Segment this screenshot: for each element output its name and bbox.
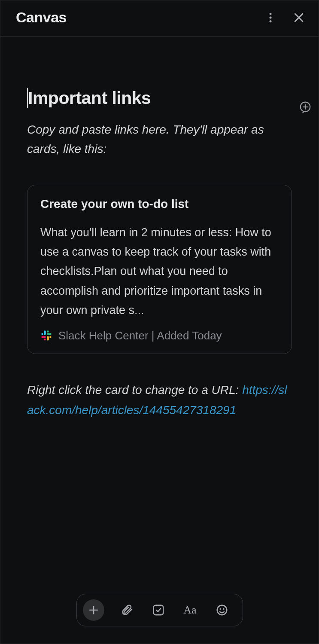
card-source: Slack Help Center | Added Today	[58, 329, 222, 342]
speech-plus-icon	[299, 101, 312, 114]
card-body: What you'll learn in 2 minutes or less: …	[40, 223, 279, 320]
document-title[interactable]: Important links	[27, 88, 292, 108]
checkbox-icon	[152, 604, 165, 617]
close-button[interactable]	[291, 10, 307, 25]
attach-button[interactable]	[117, 601, 136, 620]
plus-icon	[87, 604, 100, 617]
card-title: Create your own to-do list	[40, 197, 279, 211]
slack-icon	[40, 330, 52, 342]
post-block[interactable]: Right click the card to change to a URL:…	[27, 380, 292, 421]
panel-header: Canvas	[0, 0, 319, 37]
toolbar-container: Aa	[0, 594, 319, 644]
editor-toolbar: Aa	[76, 594, 243, 626]
add-comment-button[interactable]	[298, 100, 313, 115]
more-options-button[interactable]	[263, 10, 278, 25]
paperclip-icon	[120, 604, 133, 617]
svg-point-15	[217, 605, 227, 615]
svg-point-11	[44, 339, 46, 341]
svg-point-8	[41, 333, 43, 335]
svg-point-16	[220, 609, 220, 609]
kebab-icon	[264, 11, 277, 24]
panel-title: Canvas	[16, 9, 67, 26]
checklist-button[interactable]	[149, 601, 168, 620]
canvas-content[interactable]: Important links Copy and paste links her…	[0, 37, 319, 594]
svg-point-9	[47, 330, 49, 333]
smiley-icon	[216, 604, 228, 617]
link-card[interactable]: Create your own to-do list What you'll l…	[27, 185, 292, 354]
emoji-button[interactable]	[213, 601, 231, 620]
header-actions	[263, 10, 307, 25]
svg-rect-14	[153, 605, 163, 615]
format-icon: Aa	[183, 604, 196, 617]
svg-point-2	[270, 20, 272, 22]
close-icon	[292, 11, 305, 24]
svg-point-0	[270, 12, 272, 15]
svg-point-10	[49, 336, 52, 338]
card-meta: Slack Help Center | Added Today	[40, 329, 279, 342]
format-button[interactable]: Aa	[181, 601, 200, 620]
svg-point-1	[270, 16, 272, 18]
instruction-text[interactable]: Copy and paste links here. They'll appea…	[27, 120, 292, 159]
svg-point-17	[223, 609, 224, 609]
add-button[interactable]	[83, 599, 104, 621]
post-text: Right click the card to change to a URL:	[27, 383, 239, 397]
